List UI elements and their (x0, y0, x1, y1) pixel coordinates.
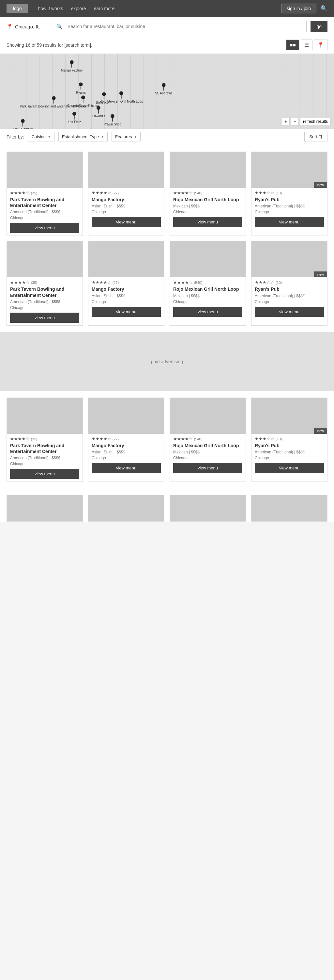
table-row: new ★★★☆☆ (10) Ryan's Pub American (Trad… (251, 241, 328, 325)
view-menu-button[interactable]: view menu (173, 463, 242, 473)
nav-earn-more[interactable]: earn more (93, 6, 114, 11)
cuisine-dropdown[interactable]: Cuisine ▼ (28, 132, 54, 142)
card-name: Park Tavern Bowling and Entertainment Ce… (10, 197, 79, 208)
card-image-partial (170, 495, 245, 521)
view-menu-button[interactable]: view menu (10, 313, 79, 323)
card-body: ★★★☆☆ (10) Ryan's Pub American (Traditio… (252, 188, 327, 230)
card-rating: ★★★★☆ (35) (10, 191, 79, 195)
card-name: Ryan's Pub (255, 197, 324, 202)
card-cuisine: American (Traditional) | $$$$ (255, 204, 324, 208)
sort-icon: ⇅ (319, 134, 323, 139)
grid-view-button[interactable]: ■■ (286, 40, 299, 50)
nav-explore[interactable]: explore (71, 6, 86, 11)
map-pin: Park Tavern Bowling and Entertainment Ce… (20, 96, 88, 108)
card-location: Chicago (255, 299, 324, 304)
star-filled-icon: ★ (14, 280, 18, 285)
table-row: ★★★★☆ (35) Park Tavern Bowling and Enter… (6, 398, 83, 482)
card-location: Chicago (255, 456, 324, 460)
card-rating: ★★★☆☆ (10) (255, 191, 324, 195)
map-pin: Ryan's (76, 82, 86, 94)
new-badge: new (314, 272, 327, 277)
view-menu-button[interactable]: view menu (255, 217, 324, 227)
star-half-icon: ★ (103, 436, 107, 441)
card-location: Chicago (255, 210, 324, 214)
star-filled-icon: ★ (259, 191, 263, 195)
star-half-icon: ★ (185, 280, 189, 285)
star-filled-icon: ★ (10, 280, 14, 285)
star-empty-icon: ☆ (107, 436, 111, 441)
card-cuisine: American (Traditional) | $$$$ (10, 299, 79, 304)
view-menu-button[interactable]: view menu (10, 223, 79, 233)
review-count: (35) (31, 191, 38, 195)
map-zoom-out-button[interactable]: − (291, 118, 299, 126)
view-menu-button[interactable]: view menu (255, 463, 324, 473)
nav-how-it-works[interactable]: how it works (38, 6, 63, 11)
card-rating: ★★★★☆ (27) (92, 280, 161, 285)
star-filled-icon: ★ (177, 436, 181, 441)
table-row (251, 495, 328, 522)
review-count: (27) (112, 437, 119, 441)
star-filled-icon: ★ (259, 436, 263, 441)
review-count: (27) (112, 191, 119, 195)
star-filled-icon: ★ (18, 436, 22, 441)
location-bar: 📍 Chicago, IL 🔍 go (0, 17, 334, 36)
features-dropdown[interactable]: Features ▼ (112, 132, 141, 142)
list-view-button[interactable]: ☰ (301, 40, 312, 50)
logo[interactable]: logo (6, 4, 28, 13)
star-filled-icon: ★ (18, 280, 22, 285)
review-count: (540) (194, 437, 203, 441)
star-filled-icon: ★ (92, 191, 96, 195)
star-filled-icon: ★ (10, 436, 14, 441)
card-image (170, 152, 245, 188)
card-rating: ★★★★☆ (27) (92, 436, 161, 441)
table-row: ★★★★☆ (27) Mango Factory Asian, Sushi | … (88, 398, 165, 482)
card-image (89, 242, 164, 277)
search-input[interactable] (66, 21, 306, 32)
sort-button[interactable]: Sort ⇅ (304, 132, 328, 142)
card-name: Ryan's Pub (255, 442, 324, 449)
view-menu-button[interactable]: view menu (255, 307, 324, 317)
search-icon[interactable]: 🔍 (320, 5, 328, 12)
establishment-type-dropdown[interactable]: Establishment Type ▼ (59, 132, 108, 142)
signin-button[interactable]: sign in / join (281, 3, 317, 13)
card-name: Rojo Mexican Grill North Loop (173, 286, 242, 292)
view-menu-button[interactable]: view menu (173, 307, 242, 317)
card-name: Mango Factory (92, 286, 161, 292)
card-name: Ryan's Pub (255, 286, 324, 292)
card-location: Chicago (92, 299, 161, 304)
star-filled-icon: ★ (92, 280, 96, 285)
table-row: ★★★★☆ (27) Mango Factory Asian, Sushi | … (88, 241, 165, 325)
card-location: Chicago (92, 210, 161, 214)
star-empty-icon: ☆ (26, 280, 30, 285)
card-body: ★★★★☆ (27) Mango Factory Asian, Sushi | … (89, 188, 164, 230)
map-view-button[interactable]: 📍 (314, 40, 328, 50)
view-menu-button[interactable]: view menu (173, 217, 242, 227)
partial-cards-grid (6, 495, 328, 522)
card-cuisine: Asian, Sushi | $$$$ (92, 294, 161, 298)
card-image (7, 398, 82, 434)
view-menu-button[interactable]: view menu (92, 217, 161, 227)
bottom-cards-grid: ★★★★☆ (35) Park Tavern Bowling and Enter… (6, 398, 328, 482)
location-display[interactable]: 📍 Chicago, IL (6, 24, 49, 30)
cards-section: ★★★★☆ (35) Park Tavern Bowling and Enter… (0, 145, 334, 332)
card-rating: ★★★★☆ (27) (92, 191, 161, 195)
star-empty-icon: ☆ (189, 191, 193, 195)
table-row: ★★★★☆ (540) Rojo Mexican Grill North Loo… (169, 398, 246, 482)
star-empty-icon: ☆ (26, 436, 30, 441)
view-menu-button[interactable]: view menu (92, 463, 161, 473)
map-zoom-in-button[interactable]: + (282, 118, 290, 126)
map-refresh-button[interactable]: refresh results (300, 118, 331, 125)
star-empty-icon: ☆ (189, 280, 193, 285)
map-container: Mango FactoryRyan'sChurch Street Kitchen… (0, 54, 334, 129)
new-badge: new (314, 428, 327, 434)
card-cuisine: American (Traditional) | $$$$ (10, 456, 79, 460)
view-menu-button[interactable]: view menu (92, 307, 161, 317)
view-menu-button[interactable]: view menu (10, 469, 79, 479)
go-button[interactable]: go (310, 21, 328, 32)
star-filled-icon: ★ (100, 280, 103, 285)
card-image (170, 398, 245, 434)
map-pin: Claw Daddy's (13, 119, 33, 129)
star-filled-icon: ★ (22, 191, 26, 195)
establishment-type-label: Establishment Type (62, 134, 99, 139)
card-body: ★★★★☆ (27) Mango Factory Asian, Sushi | … (89, 434, 164, 476)
